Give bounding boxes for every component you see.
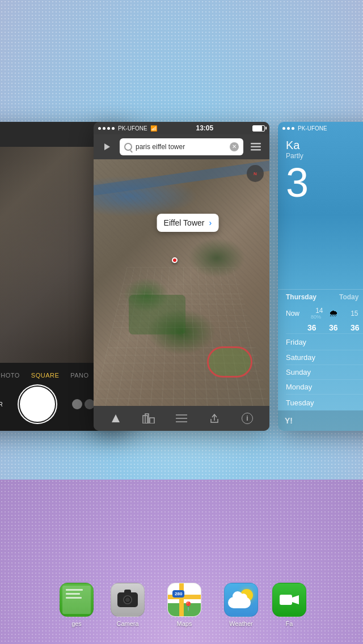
weather-signal-dots <box>282 127 294 130</box>
forecast-tuesday: Tuesday 🌤 <box>286 394 363 410</box>
w-dot-3 <box>292 127 294 130</box>
maps-list-view-button[interactable] <box>171 408 192 429</box>
friday-label: Friday <box>286 338 320 346</box>
maps-back-button[interactable] <box>99 139 115 155</box>
svg-rect-4 <box>150 418 154 423</box>
facetime-camera-icon <box>279 593 299 607</box>
forecast-today-label: Today <box>339 293 358 301</box>
maps-info-button[interactable]: i <box>237 408 258 429</box>
svg-rect-2 <box>251 149 261 151</box>
weather-app-icon[interactable] <box>224 583 258 617</box>
maps-search-bar: paris eiffel tower ✕ <box>94 134 269 159</box>
info-label: i <box>246 414 248 422</box>
clear-search-button[interactable]: ✕ <box>230 142 239 151</box>
mode-square[interactable]: SQUARE <box>31 372 59 379</box>
eiffel-callout[interactable]: Eiffel Tower › <box>157 214 219 232</box>
dock-item-weather[interactable]: Weather <box>218 583 264 627</box>
weather-carrier: PK-UFONE <box>298 125 327 132</box>
camera-app-icon[interactable] <box>111 583 145 617</box>
saturday-label: Saturday <box>286 353 320 362</box>
dock: ges Camera 280 📍 Maps We <box>0 576 363 633</box>
now-label: Now <box>286 310 303 317</box>
mode-pano[interactable]: PANO <box>70 372 88 379</box>
camera-extra-buttons <box>72 399 95 409</box>
weather-card[interactable]: PK-UFONE 13 Ka Partly 3 Thursday Today N… <box>278 122 363 431</box>
maps-view[interactable]: Eiffel Tower › N <box>94 159 269 406</box>
buildings-icon <box>142 413 155 423</box>
forecast-monday: Monday <box>286 379 363 394</box>
maps-share-button[interactable] <box>204 408 225 429</box>
info-circle-icon: i <box>242 413 253 424</box>
map-compass[interactable]: N <box>247 165 264 182</box>
weather-cloud-shape <box>228 597 251 608</box>
back-arrow-icon <box>104 143 110 150</box>
park-overlay <box>129 295 185 334</box>
temp-1: 14 <box>309 307 323 315</box>
weather-bottom-bar: Y! <box>278 410 363 431</box>
w-dot-1 <box>282 127 285 130</box>
facetime-icon[interactable] <box>272 583 306 617</box>
callout-location-name: Eiffel Tower <box>164 218 205 227</box>
signal-dots <box>98 127 115 130</box>
maps-card[interactable]: PK-UFONE 📶 13:05 paris eiffel tower ✕ <box>94 122 269 431</box>
pages-icon[interactable] <box>60 583 94 617</box>
list-icon <box>251 143 261 151</box>
maps-list-button[interactable] <box>248 139 264 155</box>
sunday-label: Sunday <box>286 368 320 376</box>
signal-dot-4 <box>112 127 115 130</box>
search-text: paris eiffel tower <box>136 143 226 151</box>
forecast-days: Friday 🌤 Saturday Sunday Monday Tuesday … <box>278 333 363 410</box>
compass-n-label: N <box>254 171 257 176</box>
location-arrow-icon <box>112 414 120 422</box>
maps-search-input[interactable]: paris eiffel tower ✕ <box>120 138 243 155</box>
low-temp-row: 36 36 36 <box>278 322 363 333</box>
forecast-sunday: Sunday <box>286 365 363 379</box>
temp-col-1: 14 80% <box>307 307 324 320</box>
temp-2: 15 <box>344 310 358 317</box>
signal-dot-2 <box>103 127 105 130</box>
carrier-name: PK-UFONE <box>118 125 147 132</box>
maps-app-icon[interactable]: 280 📍 <box>167 583 201 617</box>
camera-body-shape <box>117 592 138 607</box>
search-icon <box>124 143 132 151</box>
weather-signal-area: PK-UFONE <box>282 125 327 132</box>
maps-status-bar: PK-UFONE 📶 13:05 <box>94 122 269 134</box>
dock-item-maps[interactable]: 280 📍 Maps <box>162 583 207 627</box>
pages-line1 <box>66 589 83 591</box>
maps-highway-sign: 280 <box>172 590 184 598</box>
temp-col-2: 15 <box>343 310 360 317</box>
signal-area: PK-UFONE 📶 <box>98 125 157 132</box>
signal-dot-3 <box>107 127 110 130</box>
maps-location-pin: 📍 <box>183 601 194 612</box>
shutter-button[interactable] <box>20 387 55 422</box>
wifi-icon: 📶 <box>150 125 157 132</box>
app-switcher: 📷 PHOTO SQUARE PANO HDR <box>0 136 363 476</box>
weather-now-row: Now 14 80% 🌧 15 🌧 🌧 <box>278 304 363 322</box>
callout-chevron-icon: › <box>209 218 212 227</box>
weather-app-label: Weather <box>229 620 252 627</box>
weather-sky <box>278 134 363 202</box>
weather-main: Ka Partly 3 <box>278 134 363 289</box>
forecast-saturday: Saturday <box>286 350 363 365</box>
percent-1: 80% <box>311 315 321 320</box>
maps-location-button[interactable] <box>105 408 126 429</box>
forecast-day-label: Thursday <box>286 293 316 301</box>
battery-area <box>252 125 265 132</box>
maps-3d-button[interactable] <box>138 408 159 429</box>
low-temp-3: 36 <box>351 323 363 332</box>
w-dot-2 <box>287 127 290 130</box>
pin-dot <box>172 257 178 263</box>
low-temp-2: 36 <box>329 323 346 332</box>
dock-item-pages[interactable]: ges <box>60 583 94 627</box>
battery-icon <box>252 125 265 132</box>
weather-icon-1: 🌧 <box>329 308 338 319</box>
forecast-header: Thursday Today <box>278 289 363 304</box>
pages-line3 <box>66 597 82 599</box>
dock-item-camera[interactable]: Camera <box>105 583 150 627</box>
mode-photo[interactable]: PHOTO <box>0 372 20 379</box>
camera-app-label: Camera <box>116 620 138 627</box>
dock-item-facetime[interactable]: Fa <box>275 583 303 627</box>
camera-lens-shape <box>123 595 132 604</box>
svg-rect-0 <box>251 143 261 145</box>
signal-dot-1 <box>98 127 101 130</box>
